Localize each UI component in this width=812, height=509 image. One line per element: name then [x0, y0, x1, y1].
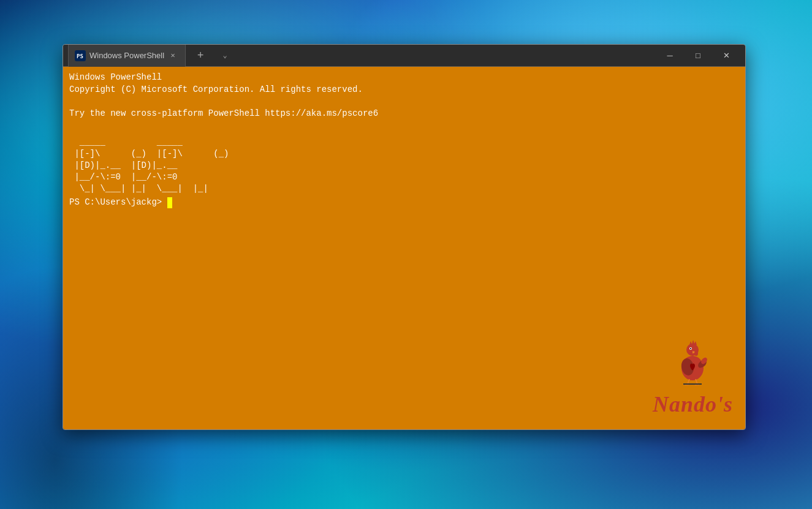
ascii-art: _____ _____ |[-]\ (_) |[-]\ (_) |[D)|_._… [69, 137, 739, 194]
svg-line-12 [688, 379, 689, 384]
svg-line-13 [696, 379, 697, 384]
tab-dropdown-button[interactable]: ⌄ [215, 46, 235, 66]
active-tab[interactable]: PS Windows PowerShell ✕ [68, 45, 186, 67]
nandos-brand-text: Nando's [653, 391, 733, 417]
svg-text:PS: PS [77, 53, 83, 59]
title-bar-left: PS Windows PowerShell ✕ + ⌄ [68, 45, 362, 67]
terminal-cursor [167, 197, 172, 208]
terminal-window: PS Windows PowerShell ✕ + ⌄ ─ □ ✕ [63, 44, 746, 430]
terminal-content[interactable]: Windows PowerShell Copyright (C) Microso… [63, 67, 745, 429]
svg-point-8 [690, 348, 691, 349]
tab-close-button[interactable]: ✕ [168, 51, 178, 61]
tab-title: Windows PowerShell [89, 51, 164, 60]
terminal-line-5 [69, 119, 739, 132]
title-bar: PS Windows PowerShell ✕ + ⌄ ─ □ ✕ [63, 45, 745, 67]
nandos-rooster-icon [674, 336, 711, 385]
maximize-button[interactable]: □ [684, 45, 712, 67]
terminal-line-4: Try the new cross-platform PowerShell ht… [69, 108, 739, 120]
new-tab-button[interactable]: + [191, 46, 210, 66]
terminal-line-3 [69, 96, 739, 108]
svg-marker-4 [689, 340, 697, 345]
terminal-prompt-line: PS C:\Users\jackg> [69, 197, 739, 209]
terminal-prompt: PS C:\Users\jackg> [69, 197, 167, 209]
svg-point-6 [694, 351, 698, 356]
window-controls: ─ □ ✕ [656, 45, 740, 67]
terminal-line-2: Copyright (C) Microsoft Corporation. All… [69, 84, 739, 96]
powershell-tab-icon: PS [75, 50, 86, 61]
terminal-line-1: Windows PowerShell [69, 72, 739, 84]
close-button[interactable]: ✕ [712, 45, 740, 67]
minimize-button[interactable]: ─ [656, 45, 684, 67]
nandos-logo: Nando's [653, 336, 733, 417]
